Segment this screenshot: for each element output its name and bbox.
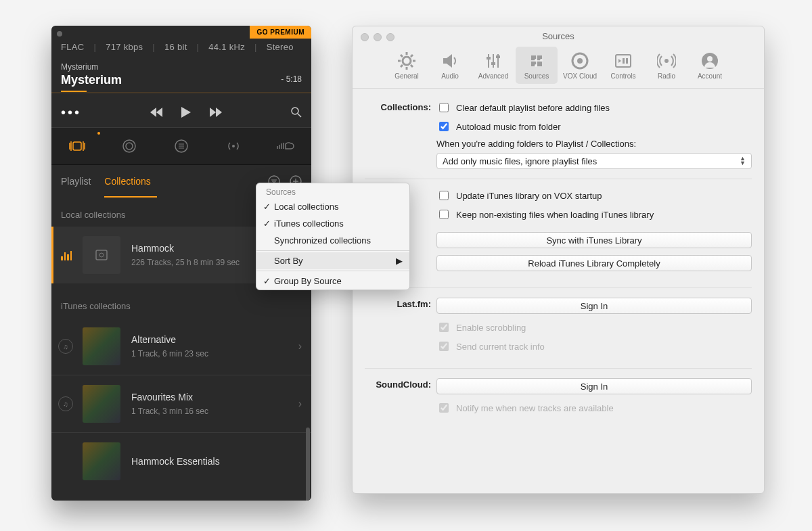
reload-itunes-button[interactable]: Reload iTunes Library Completely [436,255,752,271]
tab-voxcloud[interactable]: VOX Cloud [559,47,601,84]
checkbox-label: Keep non-existing files when loading iTu… [456,210,654,220]
tab-label: General [387,72,426,80]
tab-controls[interactable]: Controls [602,47,644,84]
channels-label: Stereo [267,42,294,52]
time-remaining: - 5:18 [281,74,302,84]
progress-bar[interactable] [61,91,87,92]
collection-artwork [83,385,120,423]
player-controls: ••• [51,99,311,126]
menuitem-label: Sort By [274,256,303,266]
svg-point-27 [535,64,537,67]
checkbox-enable-scrobbling: Enable scrobbling [436,321,752,334]
svg-rect-23 [487,57,491,60]
svg-rect-25 [496,55,500,58]
collection-name: Alternative [131,334,298,345]
next-track-button[interactable] [210,108,222,117]
checkbox-label: Clear default playlist before adding fil… [456,103,610,113]
checkbox-update-itunes[interactable]: Update iTunes library on VOX startup [436,189,752,202]
close-window-dot[interactable] [57,31,62,37]
menuitem-itunes-collections[interactable]: iTunes collections [256,215,409,232]
radio-tab[interactable] [222,135,245,158]
prefs-body: Collections: Clear default playlist befo… [353,89,764,420]
tab-label: Radio [647,72,686,80]
menuitem-synchronized-collections[interactable]: Synchronized collections [256,232,409,249]
now-playing-block: Mysterium Mysterium - 5:18 [61,62,302,87]
checkbox-autoload[interactable]: Autoload music from folder [436,120,752,133]
svg-point-0 [292,108,298,114]
svg-point-3 [123,140,135,152]
checkbox-send-track-info: Send current track info [436,340,752,353]
more-options-button[interactable]: ••• [61,105,81,120]
submenu-arrow-icon: ▶ [396,256,403,266]
lastfm-signin-button[interactable]: Sign In [436,298,752,314]
collection-row[interactable]: ♫ Favourites Mix 1 Track, 3 min 16 sec › [51,375,311,432]
svg-line-18 [401,65,403,67]
collection-name: Favourites Mix [131,392,298,402]
tab-audio[interactable]: Audio [429,47,471,84]
tab-general[interactable]: General [386,47,428,84]
sync-itunes-button[interactable]: Sync with iTunes Library [436,232,752,248]
tab-advanced[interactable]: Advanced [472,47,514,84]
prefs-title: Sources [353,26,764,41]
queue-tab[interactable] [170,135,193,158]
select-value: Add only music files, ignore playlist fi… [443,156,597,166]
svg-rect-24 [491,62,495,65]
prev-track-button[interactable] [150,108,162,117]
svg-line-19 [411,55,413,57]
tab-label: Advanced [474,72,513,80]
checkbox-clear-playlist[interactable]: Clear default playlist before adding fil… [436,101,752,114]
tab-radio[interactable]: Radio [646,47,687,84]
search-button[interactable] [291,107,302,118]
soundcloud-tab[interactable] [274,135,297,158]
collection-row[interactable]: Hammock Essentials [51,433,311,490]
format-label: FLAC [61,42,84,52]
play-button[interactable] [181,107,191,118]
checkbox-notify-new-tracks: Notify me when new tracks are available [436,401,752,415]
note-text: When you're adding folders to Playlist /… [436,139,752,149]
scrollbar[interactable] [306,428,310,501]
bitdepth-label: 16 bit [164,42,187,52]
svg-rect-2 [73,142,81,150]
collection-row[interactable]: ♫ Alternative 1 Track, 6 min 23 sec › [51,318,311,375]
menuitem-group-by-source[interactable]: Group By Source [256,273,409,290]
tab-account[interactable]: Account [689,47,731,84]
add-behavior-select[interactable]: Add only music files, ignore playlist fi… [436,153,752,169]
track-title: Mysterium [61,73,302,87]
go-premium-badge[interactable]: GO PREMIUM [250,26,311,39]
section-label: Collections: [365,101,436,169]
tab-label: Audio [430,72,470,80]
section-label: SoundCloud: [365,378,436,420]
menuitem-sort-by[interactable]: Sort By▶ [256,252,409,269]
checkbox-label: Autoload music from folder [456,122,561,132]
loop-tab[interactable] [118,135,141,158]
svg-point-4 [126,143,133,149]
select-arrows-icon: ▲▼ [740,156,746,166]
collection-artwork [83,327,120,365]
audio-meta-row: FLAC| 717 kbps| 16 bit| 44.1 kHz| Stereo [61,42,294,52]
collection-detail: 1 Track, 3 min 16 sec [131,407,298,416]
svg-point-10 [99,253,104,257]
checkbox-label: Notify me when new tracks are available [456,403,614,413]
artist-label: Mysterium [61,62,302,72]
soundcloud-signin-button[interactable]: Sign In [436,378,752,394]
bitrate-label: 717 kbps [106,42,143,52]
checkbox-keep-nonexisting[interactable]: Keep non-existing files when loading iTu… [436,208,752,221]
svg-line-1 [298,114,301,117]
tab-label: VOX Cloud [560,72,600,80]
preferences-window: Sources General Audio Advanced Sources V… [352,26,765,494]
svg-line-16 [401,55,403,57]
tab-label: Sources [517,72,556,80]
tab-label: Controls [604,72,643,80]
library-tab[interactable] [66,135,89,158]
collection-artwork [83,442,120,480]
window-traffic-lights[interactable] [361,33,394,41]
tab-collections[interactable]: Collections [104,176,150,187]
samplerate-label: 44.1 kHz [208,42,245,52]
menuitem-local-collections[interactable]: Local collections [256,198,409,215]
tab-playlist[interactable]: Playlist [61,176,91,187]
prefs-toolbar: General Audio Advanced Sources VOX Cloud… [353,47,764,89]
menu-header: Sources [256,183,409,198]
svg-line-17 [411,65,413,67]
svg-point-30 [577,58,583,64]
tab-sources[interactable]: Sources [516,47,558,84]
